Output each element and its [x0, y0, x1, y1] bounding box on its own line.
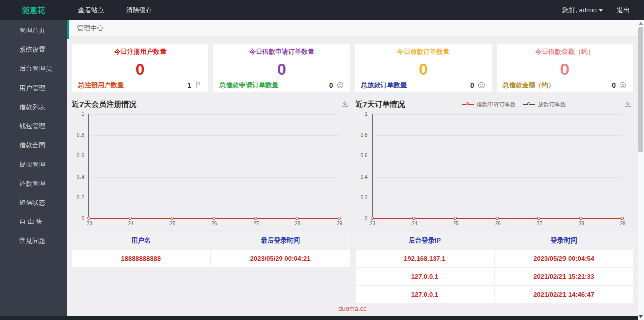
- x-tick-label: 25: [170, 221, 175, 226]
- stat-card-title: 今日放款订单数量: [355, 44, 492, 59]
- x-tick-label: 25: [453, 221, 459, 226]
- table-header-row: 后台登录IP 登录时间: [356, 232, 633, 249]
- table-header-cell: 用户名: [72, 232, 210, 249]
- data-point-marker: [254, 217, 257, 220]
- y-tick-label: 1: [356, 111, 368, 117]
- stat-card-footer-value: 0: [329, 81, 333, 89]
- app-logo[interactable]: 随意花: [0, 6, 67, 15]
- gridline: [89, 156, 340, 156]
- topbar-right: 您好, admin 退出: [559, 6, 644, 15]
- site-footer-link[interactable]: duoma.cc: [67, 303, 638, 316]
- data-point-marker: [537, 217, 540, 220]
- y-tick-label: 0.6: [356, 153, 368, 158]
- x-tick-label: 29: [337, 221, 342, 226]
- y-tick-label: 1: [72, 111, 84, 117]
- x-tick-label: 24: [412, 221, 417, 226]
- sidebar-item-free-block[interactable]: 自 由 块: [0, 214, 67, 229]
- main-content: 管理中心 今日注册用户数量 0 总注册用户数量 1 今日借款申请订单数量: [67, 20, 638, 316]
- bottom-strip: [0, 316, 638, 320]
- stat-card-footer-label: 总借款金额（约）: [503, 81, 555, 90]
- svg-text:$: $: [622, 83, 624, 88]
- scroll-up-arrow-icon[interactable]: [639, 22, 643, 25]
- sidebar-item-repayment[interactable]: 还款管理: [0, 176, 67, 191]
- recent-users-table: 用户名 最后登录时间 18888888888 2023/05/29 00:04:…: [72, 232, 350, 303]
- legend-item-loan-applications[interactable]: 借款申请订单数: [462, 101, 515, 108]
- y-tick-label: 0.6: [72, 153, 84, 158]
- data-point-marker: [621, 217, 624, 220]
- x-tick-label: 23: [370, 221, 375, 226]
- charts-row: 近7天会员注册情况 00.20.40.60.8123242526272829 近…: [72, 98, 633, 227]
- stat-card-loan-amount: 今日借款金额（约） 0 总借款金额（约） 0 $: [497, 44, 633, 92]
- chevron-down-icon: [599, 9, 603, 12]
- table-header-cell: 最后登录时间: [211, 232, 350, 249]
- stat-card-value: 0: [213, 59, 350, 79]
- y-tick-label: 0.4: [356, 174, 368, 180]
- stat-card-title: 今日注册用户数量: [72, 44, 208, 59]
- data-point-marker: [579, 217, 582, 220]
- download-icon[interactable]: [340, 99, 350, 109]
- y-tick-label: 0.2: [72, 195, 84, 200]
- smiley-icon: [336, 81, 344, 89]
- legend-item-disbursed-orders[interactable]: 放款订单数: [523, 101, 566, 108]
- stat-cards-row: 今日注册用户数量 0 总注册用户数量 1 今日借款申请订单数量 0 总借款申请: [72, 44, 633, 92]
- y-tick-label: 0.4: [72, 174, 84, 180]
- table-row[interactable]: 192.168.137.1 2023/05/29 00:04:54: [356, 250, 633, 267]
- table-row[interactable]: 127.0.0.1 2021/02/21 14:46:47: [356, 286, 633, 303]
- topbar: 随意花 查看站点 清除缓存 您好, admin 退出: [0, 0, 644, 20]
- sidebar-scroll-accent: [67, 20, 69, 39]
- gridline: [89, 198, 340, 198]
- gridline: [373, 114, 623, 115]
- tables-row: 用户名 最后登录时间 18888888888 2023/05/29 00:04:…: [72, 232, 633, 303]
- x-tick-label: 27: [253, 221, 259, 226]
- gridline: [373, 198, 623, 198]
- stat-card-title: 今日借款金额（约）: [497, 44, 633, 59]
- dollar-icon: $: [619, 81, 627, 89]
- scrollbar-thumb[interactable]: [638, 27, 643, 152]
- data-point-marker: [496, 217, 499, 220]
- stat-card-title: 今日借款申请订单数量: [213, 44, 350, 59]
- table-row[interactable]: 127.0.0.1 2021/02/21 15:21:33: [356, 268, 633, 285]
- legend-marker-icon: [462, 102, 474, 106]
- legend-label: 放款订单数: [538, 101, 566, 108]
- sidebar-item-admin-home[interactable]: 管理首页: [0, 23, 67, 38]
- y-tick-label: 0: [356, 216, 368, 221]
- sidebar-item-sms-status[interactable]: 短信状态: [0, 195, 67, 210]
- gridline: [373, 177, 623, 178]
- stat-card-value: 0: [497, 59, 633, 79]
- gridline: [89, 135, 340, 136]
- sidebar-item-loan-list[interactable]: 借款列表: [0, 100, 67, 115]
- chart-title: 近7天会员注册情况: [72, 100, 136, 109]
- table-cell: 2023/05/29 00:04:21: [211, 250, 350, 267]
- table-cell: 127.0.0.1: [356, 286, 494, 303]
- sidebar-item-system-settings[interactable]: 系统设置: [0, 42, 67, 57]
- download-icon[interactable]: [623, 99, 633, 109]
- user-menu[interactable]: 您好, admin: [559, 6, 606, 15]
- sidebar-item-faq[interactable]: 常见问题: [0, 233, 67, 249]
- stat-card-footer-label: 总注册用户数量: [78, 81, 124, 90]
- breadcrumb: 管理中心: [67, 20, 638, 36]
- smiley-icon: [477, 81, 486, 89]
- login-log-table: 后台登录IP 登录时间 192.168.137.1 2023/05/29 00:…: [356, 232, 633, 303]
- data-point-marker: [454, 217, 457, 220]
- topmenu-clear-cache[interactable]: 清除缓存: [115, 0, 164, 20]
- stat-card-footer-label: 总借款申请订单数量: [219, 81, 278, 90]
- registration-chart-plot: 00.20.40.60.8123242526272829: [72, 110, 350, 227]
- table-header-cell: 后台登录IP: [356, 232, 494, 249]
- topmenu-view-site[interactable]: 查看站点: [67, 0, 115, 20]
- chart-title: 近7天订单情况: [356, 100, 405, 109]
- stat-card-footer-value: 0: [612, 81, 616, 89]
- vertical-scrollbar[interactable]: [638, 20, 644, 320]
- scroll-down-arrow-icon[interactable]: [639, 315, 643, 318]
- sidebar-item-withdraw[interactable]: 提现管理: [0, 157, 67, 172]
- logout-button[interactable]: 退出: [613, 6, 634, 15]
- y-tick-label: 0: [72, 216, 84, 221]
- x-tick-label: 27: [537, 221, 542, 226]
- sidebar-item-wallet[interactable]: 钱包管理: [0, 119, 67, 134]
- sidebar-item-users[interactable]: 用户管理: [0, 81, 67, 96]
- registration-chart: 近7天会员注册情况 00.20.40.60.8123242526272829: [72, 98, 350, 227]
- data-point-marker: [412, 217, 415, 220]
- table-row[interactable]: 18888888888 2023/05/29 00:04:21: [72, 250, 350, 267]
- sidebar-item-admins[interactable]: 后台管理员: [0, 61, 67, 76]
- stat-card-value: 0: [72, 59, 208, 79]
- sidebar-item-loan-contract[interactable]: 借款合同: [0, 138, 67, 153]
